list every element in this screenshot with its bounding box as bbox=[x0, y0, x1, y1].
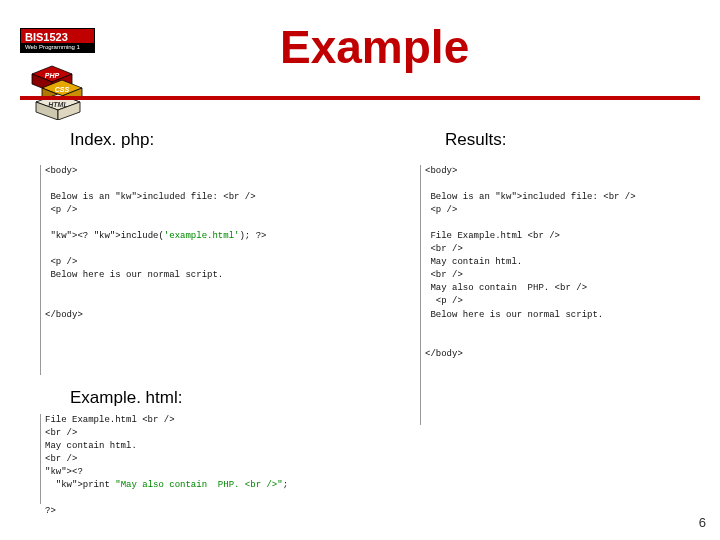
code-index-php: <body> Below is an "kw">included file: <… bbox=[40, 165, 380, 375]
svg-text:CSS: CSS bbox=[55, 86, 70, 93]
legos-icon: PHP CSS HTML bbox=[28, 60, 88, 120]
title-underline bbox=[20, 96, 700, 100]
svg-text:HTML: HTML bbox=[48, 101, 67, 108]
course-header: BIS1523 Web Programming 1 bbox=[20, 28, 95, 53]
svg-text:PHP: PHP bbox=[45, 72, 60, 79]
label-example-html: Example. html: bbox=[70, 388, 182, 408]
code-example-html: File Example.html <br /> <br /> May cont… bbox=[40, 414, 380, 504]
course-title: Web Programming 1 bbox=[20, 43, 95, 53]
page-number: 6 bbox=[699, 515, 706, 530]
label-index-php: Index. php: bbox=[70, 130, 154, 150]
code-results: <body> Below is an "kw">included file: <… bbox=[420, 165, 690, 425]
label-results: Results: bbox=[445, 130, 506, 150]
slide-title: Example bbox=[280, 20, 469, 74]
course-code: BIS1523 bbox=[20, 28, 95, 43]
